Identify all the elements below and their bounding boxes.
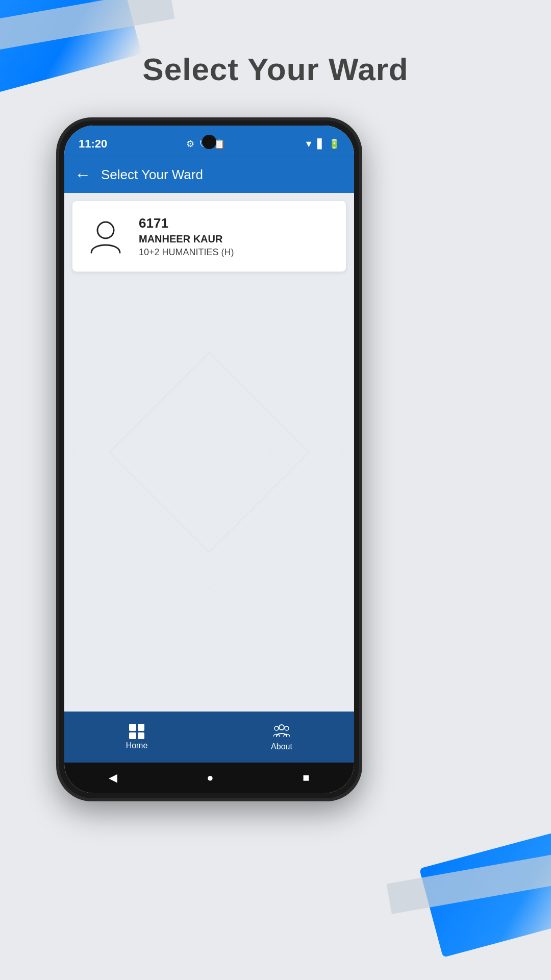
phone-screen: 11:20 ⚙ 🛡 📋 ▼ ▋ 🔋 ← Select Your Ward <box>64 126 354 793</box>
app-bar-title: Select Your Ward <box>101 167 203 183</box>
ward-name: MANHEER KAUR <box>139 233 336 245</box>
bg-stripe-gray-top <box>0 0 174 53</box>
battery-icon: 🔋 <box>329 138 340 150</box>
content-area: 6171 MANHEER KAUR 10+2 HUMANITIES (H) <box>64 193 354 712</box>
settings-icon: ⚙ <box>186 138 194 150</box>
svg-point-1 <box>279 725 284 730</box>
system-recent-button[interactable]: ■ <box>303 771 309 785</box>
phone-frame: 11:20 ⚙ 🛡 📋 ▼ ▋ 🔋 ← Select Your Ward <box>56 117 362 801</box>
svg-point-3 <box>285 726 289 730</box>
bg-stripe-blue-bottom <box>419 829 551 958</box>
camera-cutout <box>202 135 216 149</box>
bottom-nav: Home About <box>64 712 354 763</box>
bg-stripe-gray-bottom <box>387 852 551 914</box>
ward-class: 10+2 HUMANITIES (H) <box>139 247 336 258</box>
avatar-svg <box>85 216 126 257</box>
back-button[interactable]: ← <box>74 165 91 184</box>
avatar <box>83 213 129 259</box>
nav-home-label: Home <box>126 741 148 750</box>
status-time: 11:20 <box>79 137 107 151</box>
svg-point-2 <box>274 726 279 730</box>
ward-info: 6171 MANHEER KAUR 10+2 HUMANITIES (H) <box>139 215 336 258</box>
system-home-button[interactable]: ● <box>207 771 213 785</box>
nav-about-label: About <box>271 742 292 751</box>
system-back-button[interactable]: ◀ <box>109 771 117 785</box>
nav-item-home[interactable]: Home <box>64 719 209 755</box>
svg-point-0 <box>97 222 114 238</box>
ward-id: 6171 <box>139 215 336 231</box>
wifi-icon: ▼ <box>304 139 313 150</box>
ward-card[interactable]: 6171 MANHEER KAUR 10+2 HUMANITIES (H) <box>72 201 346 272</box>
signal-icon: ▋ <box>317 138 324 150</box>
nav-item-about[interactable]: About <box>209 718 354 756</box>
app-bar: ← Select Your Ward <box>64 156 354 193</box>
status-icons-right: ▼ ▋ 🔋 <box>304 138 340 150</box>
system-nav: ◀ ● ■ <box>64 763 354 793</box>
phone-inner: 11:20 ⚙ 🛡 📋 ▼ ▋ 🔋 ← Select Your Ward <box>59 120 359 798</box>
page-title: Select Your Ward <box>0 51 551 87</box>
home-icon <box>129 724 144 739</box>
about-icon <box>273 723 290 740</box>
